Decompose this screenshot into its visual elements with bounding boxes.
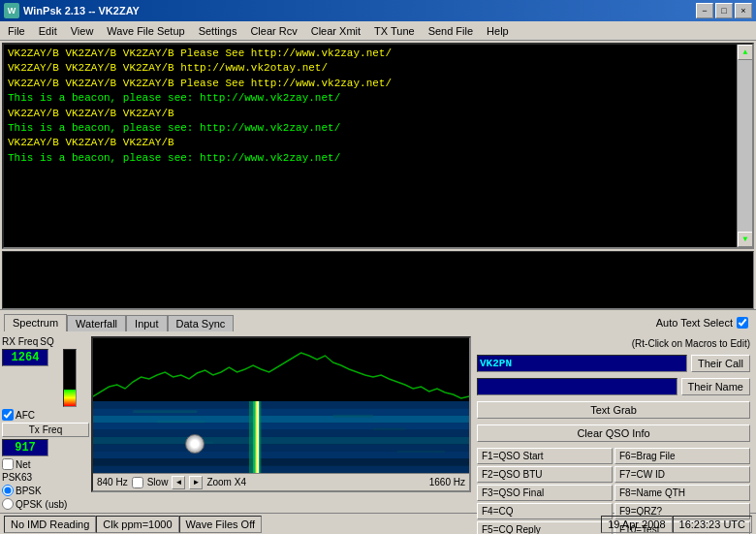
window-title: WinPsk 2.13 -- VK2ZAY [23,5,140,16]
svg-rect-8 [93,452,469,458]
sq-bar[interactable] [63,349,77,407]
psk63-row: PSK63 [2,472,89,483]
tx-freq-display[interactable]: 917 [2,439,48,456]
their-call-button[interactable]: Their Call [691,355,750,372]
scroll-up-button[interactable]: ▲ [738,45,753,60]
svg-rect-4 [93,423,469,429]
svg-rect-14 [257,401,259,473]
menu-clear-rcv[interactable]: Clear Rcv [244,23,302,39]
their-name-button[interactable]: Their Name [681,378,750,395]
macro-f1[interactable]: F1=QSO Start [477,448,613,464]
macro-f3[interactable]: F3=QSO Final [477,485,613,501]
terminal-display: VK2ZAY/B VK2ZAY/B VK2ZAY/B Please See ht… [2,43,754,249]
svg-rect-9 [93,458,469,465]
maximize-button[interactable]: □ [715,3,733,18]
text-grab-row: Text Grab [473,399,754,421]
menu-settings[interactable]: Settings [193,23,243,39]
svg-rect-5 [93,430,469,437]
menu-help[interactable]: Help [481,23,515,39]
scroll-right-button[interactable]: ► [189,476,203,489]
menu-view[interactable]: View [65,23,100,39]
their-name-row: Their Name [473,376,754,397]
name-input[interactable] [477,378,677,395]
macro-f5[interactable]: F5=CQ Reply [477,521,613,534]
terminal-line: VK2ZAY/B VK2ZAY/B VK2ZAY/B Please See ht… [8,47,731,61]
bpsk-radio[interactable] [2,485,14,496]
macro-f2[interactable]: F2=QSO BTU [477,466,613,483]
terminal-line: VK2ZAY/B VK2ZAY/B VK2ZAY/B http://www.vk… [8,61,731,76]
menu-tx-tune[interactable]: TX Tune [368,23,421,39]
svg-rect-20 [397,451,446,453]
text-grab-button[interactable]: Text Grab [477,401,750,419]
net-checkbox[interactable] [2,458,14,470]
freq-left-label: 840 Hz [97,477,128,487]
spectrum-display: 840 Hz Slow ◄ ► Zoom X4 1660 Hz [91,336,471,492]
afc-checkbox[interactable] [2,409,14,421]
menu-clear-xmit[interactable]: Clear Xmit [305,23,366,39]
auto-text-checkbox[interactable] [737,317,748,329]
title-bar: W WinPsk 2.13 -- VK2ZAY − □ × [0,0,756,21]
tab-input[interactable]: Input [126,315,167,331]
terminal-line: This is a beacon, please see: http://www… [8,91,731,106]
auto-text-row: Auto Text Select [652,317,752,329]
terminal-line: VK2ZAY/B VK2ZAY/B VK2ZAY/B [8,107,731,121]
qpsk-row: QPSK (usb) [2,498,89,510]
tab-spectrum[interactable]: Spectrum [4,314,67,331]
scroll-left-button[interactable]: ◄ [172,476,185,489]
beacon-marker [185,434,205,454]
bottom-top-row: Spectrum Waterfall Input Data Sync Auto … [0,309,756,334]
their-call-row: Their Call [473,353,754,374]
terminal-scrollbar[interactable]: ▲ ▼ [737,45,752,247]
rt-click-note: (Rt-Click on Macros to Edit) [473,336,754,351]
menu-file[interactable]: File [2,23,31,39]
status-bar: No IMD Reading Clk ppm=1000 Wave Files O… [0,513,756,534]
rx-freq-display[interactable]: 1264 [2,349,48,366]
date-display: 19 Apr 2008 [601,516,672,533]
spectrum-section: RX Freq SQ 1264 AFC Tx Freq 917 N [0,334,756,494]
menu-wave-file-setup[interactable]: Wave File Setup [101,23,190,39]
right-panel: (Rt-Click on Macros to Edit) Their Call … [473,336,754,492]
scroll-track[interactable] [738,60,752,232]
clear-qso-row: Clear QSO Info [473,423,754,444]
minimize-button[interactable]: − [696,3,713,18]
no-imd-display: No IMD Reading [4,516,96,533]
zoom-label: Zoom X4 [206,477,246,487]
tab-waterfall[interactable]: Waterfall [67,315,126,331]
svg-rect-3 [93,416,469,423]
terminal-line: This is a beacon, please see: http://www… [8,121,731,136]
net-row: Net [2,458,89,470]
close-button[interactable]: × [735,3,752,18]
svg-rect-18 [373,428,405,430]
auto-text-label: Auto Text Select [656,317,733,329]
tab-data-sync[interactable]: Data Sync [168,315,235,331]
qpsk-radio[interactable] [2,498,14,510]
terminal-line: VK2ZAY/B VK2ZAY/B VK2ZAY/B Please See ht… [8,77,731,91]
app-icon: W [4,3,19,18]
slow-checkbox[interactable] [132,477,143,488]
afc-row: AFC [2,409,89,421]
svg-rect-15 [133,410,197,413]
macro-f7[interactable]: F7=CW ID [614,466,750,483]
svg-rect-16 [157,421,205,423]
freq-right-label: 1660 Hz [429,477,465,487]
menu-edit[interactable]: Edit [33,23,63,39]
menu-send-file[interactable]: Send File [423,23,479,39]
terminal-line: This is a beacon, please see: http://www… [8,151,731,166]
macro-f4[interactable]: F4=CQ [477,503,613,519]
clear-qso-button[interactable]: Clear QSO Info [477,424,750,442]
bpsk-row: BPSK [2,485,89,496]
scroll-down-button[interactable]: ▼ [738,232,753,247]
time-display: 16:23:23 UTC [673,516,752,533]
tx-freq-button[interactable]: Tx Freq [2,423,89,437]
macro-f6[interactable]: F6=Brag File [614,448,750,464]
bpsk-label: BPSK [16,486,42,496]
sq-label: SQ [40,336,53,347]
psk63-label: PSK63 [2,472,32,483]
waterfall-svg [93,401,469,473]
call-input[interactable] [477,355,687,372]
macro-f8[interactable]: F8=Name QTH [614,485,750,501]
svg-rect-17 [333,415,373,418]
spectrum-graph [93,338,469,401]
svg-rect-1 [93,401,469,408]
qpsk-label: QPSK (usb) [16,499,67,510]
